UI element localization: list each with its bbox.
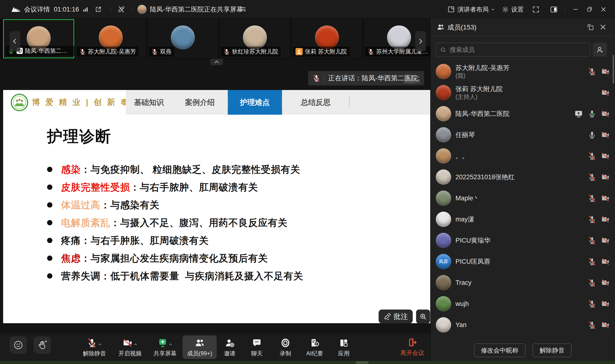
side-panel-toggle-icon[interactable] xyxy=(550,0,558,19)
scrollbar[interactable] xyxy=(613,55,614,83)
change-nickname-button[interactable]: 修改会中昵称 xyxy=(474,344,525,357)
member-row[interactable]: Tracy xyxy=(431,272,615,293)
member-row[interactable]: 任丽琴 xyxy=(431,124,615,145)
thumbnails-prev-button[interactable] xyxy=(10,31,20,51)
toolbar-button-ai-notes[interactable]: AI纪要 xyxy=(300,334,330,361)
avatar xyxy=(99,26,123,50)
raise-hand-button[interactable] xyxy=(34,337,51,354)
bullet-item: 焦虑：与家属担心发生疾病病情变化及预后有关 xyxy=(47,249,303,267)
search-box[interactable] xyxy=(436,43,590,57)
add-member-button[interactable] xyxy=(593,43,607,57)
bullet-text: ：与家属担心发生疾病病情变化及预后有关 xyxy=(81,252,268,265)
layout-button[interactable]: 演讲者布局 xyxy=(457,0,489,19)
bullet-keyword: 焦虑 xyxy=(61,252,81,265)
search-input[interactable] xyxy=(449,46,590,54)
video-thumbnail[interactable]: 苏大附儿院-吴惠芳 xyxy=(75,19,146,58)
member-row[interactable]: wujh xyxy=(431,293,615,314)
toolbar-button-chat[interactable]: 聊天 xyxy=(243,334,271,361)
camera-off-icon xyxy=(601,130,610,139)
members-icon xyxy=(437,23,444,31)
mic-active-icon xyxy=(588,110,596,118)
thumbnail-badges xyxy=(79,49,86,55)
collapse-strip-button[interactable] xyxy=(210,59,223,65)
member-row[interactable]: 20225231018张艳红 xyxy=(431,167,615,188)
slide-tab[interactable]: 案例介绍 xyxy=(172,90,228,115)
toolbar-button-record[interactable]: 录制 xyxy=(271,334,300,361)
avatar xyxy=(436,233,451,248)
slide-tab[interactable]: 总结反思 xyxy=(282,90,349,115)
chevron-up-icon[interactable] xyxy=(98,343,102,346)
thumbnail-label: 双燕 xyxy=(149,47,174,57)
member-row[interactable]: 。。 xyxy=(431,145,615,167)
video-thumbnail[interactable]: 张莉 苏大附儿院 xyxy=(291,19,363,58)
meeting-window: 会议详情 01:01:16 陆凤-华西第二医院正在共享屏幕 演讲者布局 设置 陆… xyxy=(0,0,615,364)
member-name: 20225231018张艳红 xyxy=(455,173,515,181)
app-logo-icon xyxy=(11,0,21,19)
reactions-button[interactable] xyxy=(10,337,27,354)
bullet-dot xyxy=(47,167,52,172)
toolbar-button-apps[interactable]: 应用 xyxy=(330,334,358,361)
layout-icon[interactable] xyxy=(447,0,455,19)
toolbar-button-mic-muted[interactable]: 解除静音 xyxy=(76,334,112,361)
chevron-up-icon[interactable] xyxy=(134,343,137,346)
minimize-button[interactable] xyxy=(572,0,579,19)
thumbnails-next-button[interactable] xyxy=(415,31,426,51)
mic-muted-icon xyxy=(588,215,596,224)
mic-muted-icon xyxy=(87,338,97,348)
member-row[interactable]: Maple丶 xyxy=(431,188,615,209)
mic-muted-icon xyxy=(588,236,596,245)
restore-window-button[interactable] xyxy=(586,0,593,19)
settings-button[interactable]: 设置 xyxy=(511,0,524,19)
apps-icon xyxy=(339,338,349,348)
close-button[interactable] xyxy=(600,0,607,19)
member-row[interactable]: Yan xyxy=(431,314,615,336)
slide-tab[interactable]: 护理难点 xyxy=(228,90,282,115)
member-row[interactable]: PICU黄瑞华 xyxy=(431,230,615,251)
toolbar-button-members[interactable]: 成员(99+) xyxy=(183,336,217,359)
avatar xyxy=(387,26,411,50)
zoom-in-button[interactable] xyxy=(416,310,430,324)
member-row[interactable]: may潇 xyxy=(431,209,615,230)
toolbar-button-invite[interactable]: 邀请 xyxy=(217,334,243,361)
member-row[interactable]: 陆凤-华西第二医院 xyxy=(431,103,615,124)
member-status-icons xyxy=(588,173,610,182)
bullet-keyword: 感染 xyxy=(61,163,81,176)
member-row[interactable]: 张莉 苏大附儿院 (主持人) xyxy=(431,82,615,103)
annotate-button[interactable]: 批注 xyxy=(379,310,413,324)
gear-icon[interactable] xyxy=(502,0,509,19)
bullet-dot xyxy=(47,220,52,225)
slide-tab-bar: 基础知识案例介绍护理难点总结反思 xyxy=(126,90,430,115)
open-external-icon[interactable] xyxy=(95,0,102,19)
camera-off-icon xyxy=(601,278,610,287)
mic-muted-icon xyxy=(588,258,596,266)
member-name: 陆凤-华西第二医院 xyxy=(455,110,509,117)
meeting-details-button[interactable]: 会议详情 xyxy=(24,0,50,19)
video-thumbnail[interactable]: 双燕 xyxy=(147,19,218,58)
video-thumbnail[interactable]: 狄红珍苏大附儿院 xyxy=(219,19,290,58)
switch-share-list-icon[interactable] xyxy=(239,0,246,19)
bullet-item: 感染：与免疫抑制、 粒细胞缺乏、皮肤完整性受损有关 xyxy=(47,160,303,178)
member-row[interactable]: 凤蓉 PICU匡凤蓉 xyxy=(431,251,615,272)
network-signal-icon[interactable] xyxy=(82,0,89,19)
pen-slash-icon[interactable] xyxy=(117,0,125,19)
unmute-all-button[interactable]: 解除静音 xyxy=(533,344,572,357)
chevron-up-icon[interactable] xyxy=(169,343,173,346)
camera-off-icon xyxy=(601,321,610,329)
mic-on-icon xyxy=(588,131,596,139)
leave-meeting-button[interactable]: 离开会议 xyxy=(396,334,429,361)
fullscreen-icon[interactable] xyxy=(532,0,540,19)
close-panel-button[interactable] xyxy=(599,23,607,31)
slide-tab[interactable]: 基础知识 xyxy=(126,90,172,115)
popout-panel-button[interactable] xyxy=(587,23,594,31)
toolbar-button-screen-share[interactable]: 共享屏幕 xyxy=(148,334,183,361)
member-name: Tracy xyxy=(455,279,472,286)
member-row[interactable]: 苏大附儿院-吴惠芳 (我) xyxy=(431,61,615,82)
bullet-dot xyxy=(47,256,52,261)
avatar xyxy=(436,212,451,227)
speaking-indicator: 正在讲话：陆凤-华西第二医院; xyxy=(308,71,424,85)
member-status-icons xyxy=(588,215,610,224)
divider xyxy=(132,6,132,13)
toolbar-button-camera-off[interactable]: 开启视频 xyxy=(112,334,148,361)
member-name: may潇 xyxy=(455,216,474,223)
thumbnail-label: 张莉 苏大附儿院 xyxy=(293,47,349,57)
